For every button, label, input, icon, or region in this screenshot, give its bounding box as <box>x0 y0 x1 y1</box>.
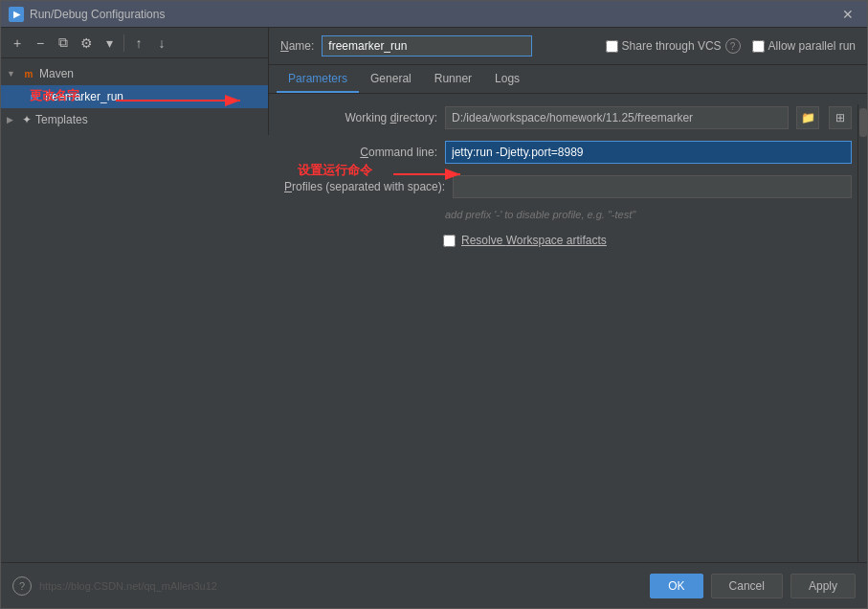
allow-parallel-option: Allow parallel run <box>752 39 856 53</box>
right-panel: Name: Share through VCS ? Allow parallel… <box>269 28 867 259</box>
tab-parameters[interactable]: Parameters <box>277 66 359 93</box>
working-directory-input[interactable] <box>445 106 789 129</box>
maven-group-label: Maven <box>39 67 74 80</box>
command-line-label: Command line: <box>284 146 437 159</box>
profiles-label: Profiles (separated with space): <box>284 180 445 193</box>
settings-config-button[interactable]: ⚙ <box>76 33 97 54</box>
bottom-left: ? https://blog.CSDN.net/qq_mAllen3u12 <box>12 576 217 596</box>
dropdown-config-button[interactable]: ▾ <box>99 33 120 54</box>
tab-runner[interactable]: Runner <box>423 66 483 93</box>
resolve-workspace-row: Resolve Workspace artifacts <box>284 230 852 247</box>
tabs-bar: Parameters General Runner Logs <box>269 65 867 94</box>
move-down-button[interactable]: ↓ <box>151 33 172 54</box>
name-row: Name: Share through VCS ? Allow parallel… <box>269 28 867 65</box>
cancel-button[interactable]: Cancel <box>711 574 783 598</box>
name-input[interactable] <box>322 35 532 56</box>
dialog-icon: ▶ <box>9 7 24 22</box>
watermark-text: https://blog.CSDN.net/qq_mAllen3u12 <box>39 580 217 592</box>
working-directory-row: Working directory: 📁 ⊞ <box>284 105 852 130</box>
allow-parallel-label: Allow parallel run <box>768 39 856 53</box>
title-bar: ▶ Run/Debug Configurations ✕ <box>1 1 867 28</box>
remove-config-button[interactable]: − <box>30 33 51 54</box>
maven-group-icon: m <box>22 67 35 80</box>
run-debug-dialog: ▶ Run/Debug Configurations ✕ + − ⧉ ⚙ ▾ ↑… <box>0 0 868 609</box>
share-vcs-label: Share through VCS <box>622 39 722 53</box>
add-config-button[interactable]: + <box>7 33 28 54</box>
command-line-row: Command line: <box>284 140 852 165</box>
expand-arrow-maven: ▼ <box>7 69 18 79</box>
working-directory-browse-button[interactable]: 📁 <box>796 106 819 129</box>
profiles-row: Profiles (separated with space): <box>284 174 852 199</box>
tab-logs[interactable]: Logs <box>483 66 531 93</box>
working-directory-alt-button[interactable]: ⊞ <box>829 106 852 129</box>
command-line-input[interactable] <box>445 141 852 164</box>
maven-item-icon: m <box>28 90 41 103</box>
copy-config-button[interactable]: ⧉ <box>53 33 74 54</box>
help-button[interactable]: ? <box>12 576 32 596</box>
profiles-input[interactable] <box>453 175 852 198</box>
resolve-workspace-checkbox-label[interactable]: Resolve Workspace artifacts <box>443 234 607 247</box>
scrollbar-thumb <box>859 108 867 137</box>
resolve-workspace-checkbox[interactable] <box>443 235 456 247</box>
toolbar-separator <box>123 34 124 52</box>
ok-button[interactable]: OK <box>650 574 702 598</box>
share-vcs-help-icon[interactable]: ? <box>725 38 741 54</box>
templates-icon: ✦ <box>22 113 32 126</box>
allow-parallel-checkbox[interactable] <box>752 40 765 53</box>
close-button[interactable]: ✕ <box>836 5 859 24</box>
apply-button[interactable]: Apply <box>790 574 856 598</box>
form-area: Working directory: 📁 ⊞ Command line: <box>269 94 867 259</box>
share-vcs-checkbox[interactable] <box>606 40 618 53</box>
move-up-button[interactable]: ↑ <box>128 33 149 54</box>
maven-item-label: freemarker_run <box>45 90 123 103</box>
left-panel-wrapper: + − ⧉ ⚙ ▾ ↑ ↓ ▼ m Maven <box>1 28 269 562</box>
configurations-tree: ▼ m Maven m freemarker_run ▶ ✦ Templates <box>1 58 268 135</box>
options-row: Share through VCS ? Allow parallel run <box>606 38 856 54</box>
dialog-title: Run/Debug Configurations <box>30 8 165 21</box>
bottom-bar: ? https://blog.CSDN.net/qq_mAllen3u12 OK… <box>1 562 867 608</box>
right-panel-wrapper: Name: Share through VCS ? Allow parallel… <box>269 28 867 562</box>
profiles-hint: add prefix '-' to disable profile, e.g. … <box>284 209 852 220</box>
bottom-right-buttons: OK Cancel Apply <box>650 574 856 598</box>
content-area: + − ⧉ ⚙ ▾ ↑ ↓ ▼ m Maven <box>1 28 867 562</box>
templates-label: Templates <box>35 113 88 126</box>
tree-item-maven-group[interactable]: ▼ m Maven <box>1 62 268 85</box>
working-directory-label: Working directory: <box>284 111 437 124</box>
configurations-toolbar: + − ⧉ ⚙ ▾ ↑ ↓ <box>1 28 268 58</box>
tab-general[interactable]: General <box>359 66 423 93</box>
share-vcs-option: Share through VCS ? <box>606 38 741 54</box>
tree-item-freemarker-run[interactable]: m freemarker_run <box>1 85 268 108</box>
right-scrollbar[interactable] <box>857 104 867 562</box>
title-bar-left: ▶ Run/Debug Configurations <box>9 7 165 22</box>
left-panel: + − ⧉ ⚙ ▾ ↑ ↓ ▼ m Maven <box>1 28 269 135</box>
expand-arrow-templates: ▶ <box>7 115 18 124</box>
tree-item-templates[interactable]: ▶ ✦ Templates <box>1 108 268 131</box>
name-label: Name: <box>280 39 314 53</box>
